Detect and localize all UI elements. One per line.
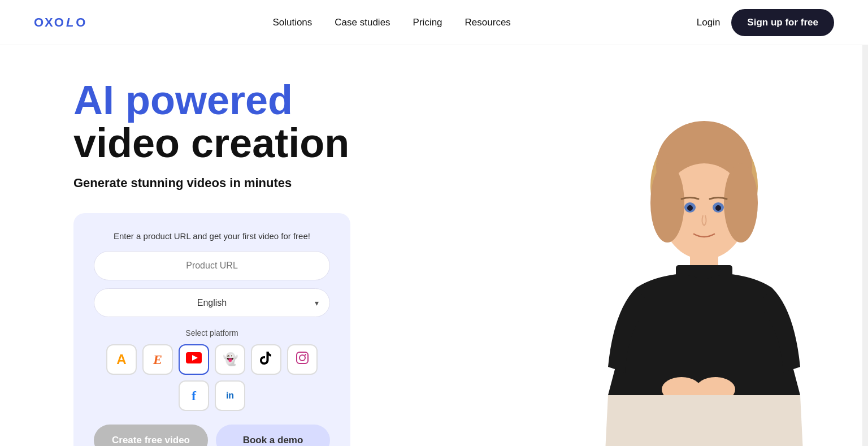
facebook-icon: f [192,388,196,404]
svg-point-7 [662,163,747,259]
logo-text: OXO [34,15,65,30]
nav-links: Solutions Case studies Pricing Resources [272,17,510,28]
svg-rect-11 [676,265,732,288]
nav-case-studies[interactable]: Case studies [335,17,390,28]
snapchat-icon: 👻 [223,352,238,367]
signup-button[interactable]: Sign up for free [731,9,834,36]
nav-solutions[interactable]: Solutions [272,17,312,28]
platform-amazon[interactable]: A [106,344,137,375]
hero-subtitle: Generate stunning videos in minutes [73,176,469,190]
platform-facebook[interactable]: f [179,380,209,411]
nav-resources[interactable]: Resources [465,17,511,28]
svg-point-12 [662,377,701,402]
navbar: OXOLO Solutions Case studies Pricing Res… [0,0,868,45]
hero-line2: video creation [73,120,349,166]
instagram-icon [296,351,309,368]
youtube-icon [186,352,202,367]
avatar-section [495,45,868,446]
platform-snapchat[interactable]: 👻 [215,344,245,375]
logo[interactable]: OXOLO [34,15,86,30]
svg-point-9 [724,163,758,243]
action-buttons: Create free video Book a demo [94,425,330,446]
svg-point-13 [696,377,735,402]
tiktok-icon [260,351,272,368]
platform-tiktok[interactable] [251,344,281,375]
etsy-icon: E [153,352,162,367]
platform-instagram[interactable] [287,344,318,375]
svg-point-4 [305,354,306,356]
svg-point-6 [656,121,752,211]
logo-o: L [66,15,75,30]
form-instruction: Enter a product URL and get your first v… [94,231,330,241]
create-video-button[interactable]: Create free video [94,425,208,446]
left-section: AI powered video creation Generate stunn… [0,45,492,446]
product-url-input[interactable] [94,251,330,280]
language-select[interactable]: English Spanish French German [94,288,330,317]
login-button[interactable]: Login [697,17,721,28]
amazon-icon: A [116,352,126,367]
svg-point-8 [650,163,684,243]
hero-line1: AI powered [73,77,293,123]
svg-point-16 [687,205,693,211]
linkedin-icon: in [226,391,234,401]
language-select-wrap: English Spanish French German ▾ [94,288,330,317]
form-card: Enter a product URL and get your first v… [73,213,350,446]
avatar-person [563,112,845,446]
svg-point-17 [715,205,721,211]
svg-point-15 [713,202,724,213]
svg-rect-2 [297,352,308,363]
nav-right: Login Sign up for free [697,9,834,36]
platform-etsy[interactable]: E [142,344,173,375]
platform-linkedin[interactable]: in [215,380,245,411]
svg-point-5 [650,124,758,248]
main-content: AI powered video creation Generate stunn… [0,45,868,446]
nav-pricing[interactable]: Pricing [413,17,442,28]
platform-youtube[interactable] [179,344,209,375]
hero-title: AI powered video creation [73,79,469,164]
platform-label: Select platform [94,328,330,337]
logo-end: O [76,15,86,30]
platform-icons: A E 👻 [94,344,330,411]
svg-point-3 [300,355,305,361]
svg-rect-10 [690,251,718,279]
svg-point-14 [684,202,696,213]
book-demo-button[interactable]: Book a demo [216,425,330,446]
